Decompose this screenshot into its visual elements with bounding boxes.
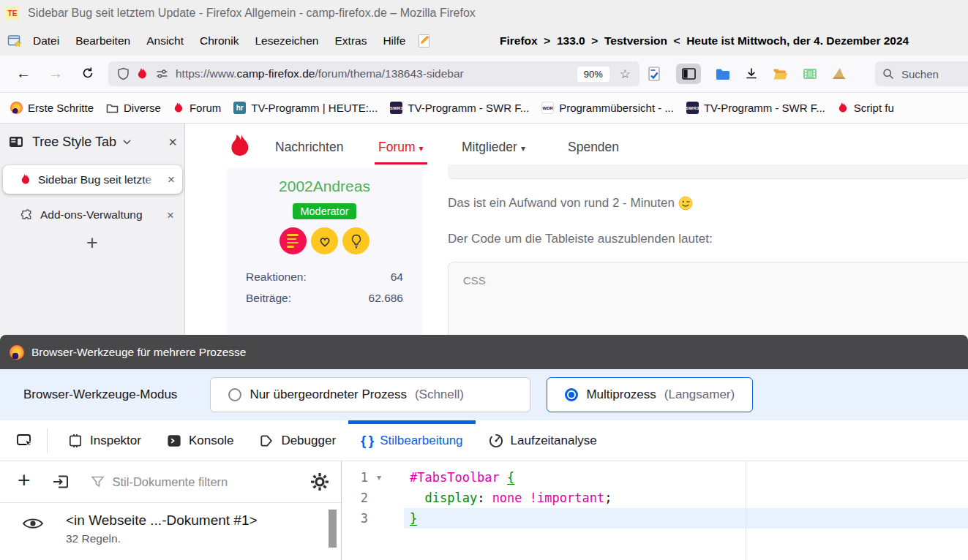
editor-line-2: 2 display: none !important;: [342, 488, 968, 508]
search-input[interactable]: [900, 67, 968, 81]
import-stylesheet-icon[interactable]: [51, 473, 70, 491]
bookmark-star-icon[interactable]: ☆: [617, 67, 634, 82]
stylesheet-rule-count: 32 Regeln.: [66, 532, 258, 545]
element-picker-button[interactable]: [10, 426, 40, 455]
css-source-editor[interactable]: 1▾ #TabsToolbar { 2 display: none !impor…: [342, 461, 968, 560]
style-editor-panel: + <in We: [0, 461, 968, 560]
radio-selected-icon[interactable]: [565, 388, 578, 401]
post-paragraph: Das ist ein Aufwand von rund 2 - Minuten: [448, 196, 968, 211]
mode-option-multiprocess[interactable]: Multiprozess (Langsamer): [547, 377, 753, 412]
menu-datei[interactable]: Datei: [25, 34, 67, 48]
tab-stilbearbeitung[interactable]: { } Stilbearbeitung: [348, 420, 476, 461]
console-icon: [166, 433, 182, 449]
bookmarks-toolbar: Erste Schritte Diverse Forum hr TV-Progr…: [0, 93, 968, 124]
tab-konsole[interactable]: Konsole: [154, 420, 246, 461]
tab-addons-verwaltung[interactable]: Add-ons-Verwaltung ×: [0, 204, 184, 226]
new-stylesheet-button[interactable]: +: [18, 468, 31, 493]
menu-lesezeichen[interactable]: Lesezeichen: [247, 34, 326, 48]
page-favicon: TE: [6, 7, 19, 20]
permissions-icon[interactable]: [156, 69, 168, 79]
radio-unselected-icon[interactable]: [228, 388, 241, 401]
bookmark-window-icon[interactable]: [7, 34, 22, 48]
style-editor-toolbar: +: [0, 461, 341, 503]
folder-icon: [106, 102, 119, 113]
style-editor-braces-icon: { }: [361, 433, 373, 449]
url-path: /forum/thema/138643-sidebar: [315, 67, 463, 80]
window-title: Sidebar Bug seit letztem Update - Firefo…: [28, 7, 476, 20]
toolbox-titlebar: Browser-Werkzeuge für mehrere Prozesse: [0, 335, 968, 369]
username-link[interactable]: 2002Andreas: [227, 178, 422, 195]
stylesheet-list-pane: + <in We: [0, 461, 342, 560]
wizard-hat-icon[interactable]: [832, 67, 847, 80]
stat-row: Reaktionen:64: [246, 270, 403, 284]
search-icon: [882, 68, 894, 80]
previous-post-bottom-edge: [448, 164, 968, 179]
sidebar-toggle-button[interactable]: [676, 64, 701, 84]
tab-inspektor[interactable]: Inspektor: [55, 420, 154, 461]
menu-hilfe[interactable]: Hilfe: [375, 34, 413, 48]
menu-ansicht[interactable]: Ansicht: [138, 34, 192, 48]
w3c-validator-icon[interactable]: [647, 66, 661, 82]
bookmark-tv-swr[interactable]: SWR3 TV-Programm - SWR F...: [390, 102, 529, 114]
tab-close-icon[interactable]: ×: [168, 173, 175, 186]
bookmark-erste-schritte[interactable]: Erste Schritte: [10, 102, 94, 114]
tab-debugger[interactable]: Debugger: [246, 420, 348, 461]
stylesheet-title: <in Webseite ...-Dokument #1>: [66, 512, 258, 529]
devtools-tabbar: Inspektor Konsole Debugger { } Stilbearb…: [0, 420, 968, 461]
forum-post-body: Das ist ein Aufwand von rund 2 - Minuten…: [448, 196, 968, 246]
bookmark-tv-swr-2[interactable]: SWR3 TV-Programm - SWR F...: [686, 102, 825, 114]
menu-bearbeiten[interactable]: Bearbeiten: [67, 34, 138, 48]
stylesheet-list-item[interactable]: <in Webseite ...-Dokument #1> 32 Regeln.: [0, 503, 331, 560]
chevron-down-icon: ▾: [521, 143, 525, 154]
bookmark-forum[interactable]: Forum: [173, 102, 221, 114]
visibility-eye-icon[interactable]: [22, 515, 44, 560]
blue-folder-icon[interactable]: [716, 68, 730, 80]
gear-icon[interactable]: [310, 472, 329, 491]
user-profile-card: 2002Andreas Moderator Reaktionen:64 Beit: [227, 168, 422, 335]
filter-stylesheets-input[interactable]: [111, 474, 304, 490]
fold-arrow-icon: ▾: [368, 472, 390, 483]
menu-extras[interactable]: Extras: [326, 34, 375, 48]
shield-icon[interactable]: [117, 67, 130, 80]
editor-line-1: 1▾ #TabsToolbar {: [342, 467, 968, 488]
notes-pencil-icon[interactable]: [418, 34, 430, 48]
open-folder-icon[interactable]: [773, 68, 788, 80]
firefox-icon: [10, 102, 23, 114]
video-filmstrip-icon[interactable]: [803, 68, 817, 80]
forum-nav-mitglieder[interactable]: Mitglieder▾: [462, 140, 525, 155]
new-tab-button[interactable]: +: [0, 232, 184, 254]
list-scrollbar-thumb[interactable]: [329, 510, 337, 548]
tab-close-icon[interactable]: ×: [167, 209, 174, 222]
bookmark-wdr[interactable]: WDR Programmübersicht - ...: [541, 102, 674, 114]
window-titlebar: TE Sidebar Bug seit letztem Update - Fir…: [0, 0, 968, 26]
forum-nav-forum[interactable]: Forum▾: [375, 140, 427, 164]
url-bar[interactable]: https://www.camp-firefox.de/forum/thema/…: [108, 61, 639, 86]
post-paragraph: Der Code um die Tableiste auszublenden l…: [448, 232, 968, 246]
bookmark-folder-diverse[interactable]: Diverse: [106, 102, 161, 114]
url-text[interactable]: https://www.camp-firefox.de/forum/thema/…: [176, 67, 570, 80]
toolbox-mode-row: Browser-Werkzeuge-Modus Nur übergeordnet…: [0, 369, 968, 420]
line-number: 3: [342, 511, 368, 526]
forum-nav-nachrichten[interactable]: Nachrichten: [275, 140, 343, 155]
search-bar[interactable]: [875, 61, 968, 86]
mode-option-parent-process[interactable]: Nur übergeordneter Prozess (Schnell): [210, 377, 530, 412]
back-button[interactable]: ←: [13, 63, 34, 83]
reload-button[interactable]: [78, 63, 98, 83]
flame-icon: [173, 102, 184, 113]
sidebar-switcher-chevron-icon[interactable]: [123, 140, 131, 145]
bookmark-script[interactable]: Script fu: [838, 102, 894, 114]
site-favicon-flame-icon: [137, 68, 149, 80]
tab-laufzeitanalyse[interactable]: Laufzeitanalyse: [476, 420, 609, 461]
toolbar-buttons: [647, 61, 847, 87]
post-code-block: CSS 1#TabsToolbar { 2 display: none !imp…: [448, 262, 968, 335]
menu-chronik[interactable]: Chronik: [192, 34, 247, 48]
forward-button[interactable]: →: [45, 63, 66, 83]
firefox-window: TE Sidebar Bug seit letztem Update - Fir…: [0, 0, 968, 560]
camp-firefox-logo-flame[interactable]: [228, 132, 253, 160]
zoom-level-button[interactable]: 90%: [577, 67, 609, 82]
tab-sidebar-bug[interactable]: Sidebar Bug seit letzte ×: [3, 165, 182, 194]
downloads-icon[interactable]: [745, 67, 758, 80]
sidebar-close-icon[interactable]: ×: [168, 135, 177, 149]
forum-nav-spenden[interactable]: Spenden: [568, 140, 619, 155]
bookmark-tv-hr[interactable]: hr TV-Programm | HEUTE:...: [233, 102, 378, 114]
